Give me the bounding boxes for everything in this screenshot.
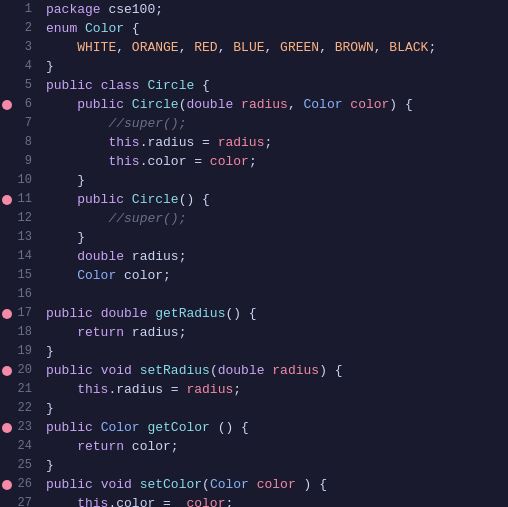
code-line: //super(); bbox=[46, 209, 508, 228]
code-line: this.radius = radius; bbox=[46, 380, 508, 399]
code-line: public void setRadius(double radius) { bbox=[46, 361, 508, 380]
code-line: public class Circle { bbox=[46, 76, 508, 95]
code-line: this.color = color; bbox=[46, 494, 508, 507]
line-number: 4 bbox=[0, 57, 32, 76]
code-line: enum Color { bbox=[46, 19, 508, 38]
code-line: this.color = color; bbox=[46, 152, 508, 171]
line-number: 6 bbox=[0, 95, 32, 114]
line-number: 13 bbox=[0, 228, 32, 247]
line-number: 10 bbox=[0, 171, 32, 190]
code-line: public Circle(double radius, Color color… bbox=[46, 95, 508, 114]
line-number: 27 bbox=[0, 494, 32, 507]
line-numbers: 1234567891011121314151617181920212223242… bbox=[0, 0, 38, 507]
code-line: } bbox=[46, 456, 508, 475]
line-number: 23 bbox=[0, 418, 32, 437]
code-editor: 1234567891011121314151617181920212223242… bbox=[0, 0, 508, 507]
code-line: double radius; bbox=[46, 247, 508, 266]
line-number: 22 bbox=[0, 399, 32, 418]
code-line: WHITE, ORANGE, RED, BLUE, GREEN, BROWN, … bbox=[46, 38, 508, 57]
line-number: 15 bbox=[0, 266, 32, 285]
code-line: return color; bbox=[46, 437, 508, 456]
line-number: 19 bbox=[0, 342, 32, 361]
code-line: } bbox=[46, 228, 508, 247]
code-line: } bbox=[46, 171, 508, 190]
line-number: 16 bbox=[0, 285, 32, 304]
code-line: this.radius = radius; bbox=[46, 133, 508, 152]
line-number: 11 bbox=[0, 190, 32, 209]
code-line: public void setColor(Color color ) { bbox=[46, 475, 508, 494]
line-number: 26 bbox=[0, 475, 32, 494]
line-number: 1 bbox=[0, 0, 32, 19]
code-line bbox=[46, 285, 508, 304]
code-line: public double getRadius() { bbox=[46, 304, 508, 323]
line-number: 20 bbox=[0, 361, 32, 380]
line-number: 12 bbox=[0, 209, 32, 228]
line-number: 25 bbox=[0, 456, 32, 475]
code-content[interactable]: package cse100;enum Color { WHITE, ORANG… bbox=[38, 0, 508, 507]
line-number: 5 bbox=[0, 76, 32, 95]
line-number: 7 bbox=[0, 114, 32, 133]
code-line: public Color getColor () { bbox=[46, 418, 508, 437]
code-line: } bbox=[46, 57, 508, 76]
line-number: 3 bbox=[0, 38, 32, 57]
line-number: 17 bbox=[0, 304, 32, 323]
code-line: } bbox=[46, 342, 508, 361]
line-number: 21 bbox=[0, 380, 32, 399]
line-number: 18 bbox=[0, 323, 32, 342]
code-line: return radius; bbox=[46, 323, 508, 342]
code-line: public Circle() { bbox=[46, 190, 508, 209]
line-number: 8 bbox=[0, 133, 32, 152]
code-line: //super(); bbox=[46, 114, 508, 133]
code-line: } bbox=[46, 399, 508, 418]
code-line: Color color; bbox=[46, 266, 508, 285]
line-number: 24 bbox=[0, 437, 32, 456]
line-number: 2 bbox=[0, 19, 32, 38]
line-number: 14 bbox=[0, 247, 32, 266]
code-line: package cse100; bbox=[46, 0, 508, 19]
line-number: 9 bbox=[0, 152, 32, 171]
